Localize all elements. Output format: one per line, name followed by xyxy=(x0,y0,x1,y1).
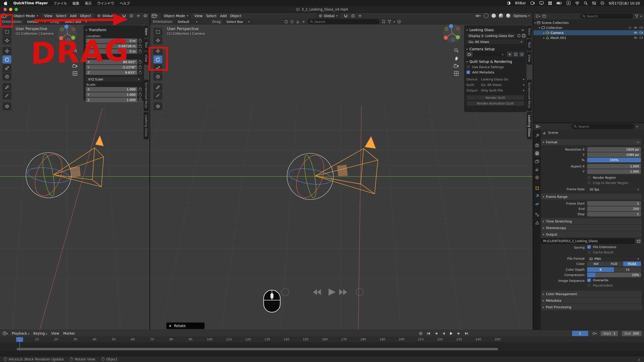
lock-icon[interactable] xyxy=(139,99,142,102)
lock-icon[interactable] xyxy=(139,61,142,64)
render-camera-icon[interactable] xyxy=(639,26,643,29)
object-menu[interactable]: Object xyxy=(230,14,241,18)
timeline-ruler[interactable]: 1020304050607080901001101201301401501601… xyxy=(0,337,644,343)
time-stretching-section-header[interactable]: ▸Time Stretching xyxy=(541,218,641,224)
chevron-down-icon[interactable]: ▾ xyxy=(640,15,642,18)
transform-tool[interactable] xyxy=(153,73,162,80)
rotation-x-field[interactable]: X89.043° xyxy=(86,60,137,64)
format-section-header[interactable]: ▾Format≡ xyxy=(541,139,641,145)
editor-type-icon[interactable]: ▾ xyxy=(152,14,157,18)
tab-screencast-keys[interactable]: Screencast Keys xyxy=(527,80,532,111)
rotate-gizmo[interactable] xyxy=(26,151,71,200)
tab-constraints-properties[interactable] xyxy=(534,211,540,218)
location-x-field[interactable]: X0 m xyxy=(86,38,137,43)
tab-view[interactable]: View xyxy=(527,52,532,65)
file-extensions-checkbox[interactable]: ✓ xyxy=(587,245,591,249)
tab-screencast-keys[interactable]: Screencast Keys xyxy=(144,80,149,111)
drag-value-dropdown[interactable]: Select Box▾ xyxy=(62,19,89,24)
shading-rendered-icon[interactable] xyxy=(506,14,510,18)
frame-rate-dropdown[interactable]: 30 fps▾ xyxy=(587,187,641,192)
filter-toggle-icon[interactable] xyxy=(296,20,299,23)
use-device-settings-checkbox[interactable] xyxy=(466,65,470,69)
camera-view-icon[interactable] xyxy=(72,64,77,68)
object-menu[interactable]: Object xyxy=(80,14,91,18)
add-metadata-checkbox[interactable]: ✓ xyxy=(466,70,470,74)
frame-end-field[interactable]: End250 xyxy=(622,331,641,336)
display-icon[interactable] xyxy=(539,1,544,5)
presets-icon[interactable]: ≡ xyxy=(637,140,639,144)
transform-tool[interactable] xyxy=(3,73,11,80)
filter-toggle-icon[interactable] xyxy=(302,20,305,23)
color-rgba-option[interactable]: RGBA xyxy=(623,261,641,266)
play-reverse-button[interactable] xyxy=(442,332,445,335)
bookmark-icon[interactable] xyxy=(382,20,385,23)
cursor-tool[interactable] xyxy=(153,36,162,44)
orientation-value-dropdown[interactable]: Default▾ xyxy=(176,19,200,24)
auto-keying-icon[interactable] xyxy=(419,332,423,335)
compression-slider[interactable]: 15% xyxy=(587,273,641,277)
filter-icon[interactable]: ▾ xyxy=(636,125,638,128)
window-preview-icon[interactable] xyxy=(522,33,526,38)
frame-start-field[interactable]: Start1 xyxy=(601,331,618,336)
menubar-extra-icon[interactable] xyxy=(507,1,511,5)
nav-gizmo[interactable] xyxy=(442,23,462,43)
battery-icon[interactable] xyxy=(556,2,562,5)
depth-16-option[interactable]: 16 xyxy=(614,267,641,272)
collapse-icon[interactable]: ▾ xyxy=(466,60,468,63)
jump-to-end-button[interactable] xyxy=(465,332,468,335)
scale-x-field[interactable]: X1.000 xyxy=(86,87,137,92)
outliner-row-mesh001[interactable]: ▸ Mesh.001 xyxy=(533,35,644,40)
bitbar-label[interactable]: BitBar xyxy=(515,1,526,5)
mesh-cube[interactable] xyxy=(337,165,348,177)
resolution-x-field[interactable]: 1920 px xyxy=(587,147,641,152)
device-value-dropdown[interactable]: Looking Glass Go xyxy=(481,77,521,81)
menu-view[interactable]: 表示 xyxy=(85,1,92,6)
scale-y-field[interactable]: Y1.000 xyxy=(86,92,137,97)
rotation-mode-dropdown[interactable]: XYZ Euler▾ xyxy=(86,77,142,82)
lock-icon[interactable] xyxy=(139,94,142,96)
snap-magnet-icon[interactable] xyxy=(344,14,348,18)
editor-type-icon[interactable]: ▾ xyxy=(2,14,7,18)
quilt-value-dropdown[interactable]: Go, 66 Views xyxy=(481,83,521,87)
ortho-grid-icon[interactable] xyxy=(72,71,77,76)
panel-menu-icon[interactable]: ≡ xyxy=(521,28,524,32)
tab-tool[interactable]: Tool xyxy=(144,39,149,51)
tab-world-properties[interactable] xyxy=(534,174,540,181)
color-bw-option[interactable]: BW xyxy=(587,261,605,266)
hide-eye-icon[interactable] xyxy=(634,36,637,39)
outliner-editor-icon[interactable]: ▾ xyxy=(535,14,540,18)
collapse-icon[interactable]: ▾ xyxy=(466,48,468,51)
tab-modifiers-properties[interactable] xyxy=(534,193,540,199)
folder-icon[interactable] xyxy=(635,239,641,244)
menu-edit[interactable]: 編集 xyxy=(72,1,79,6)
zoom-icon[interactable] xyxy=(454,48,459,53)
gizmo-toggle-icon[interactable] xyxy=(358,14,362,18)
orientation-dropdown[interactable]: Global▾ xyxy=(316,13,340,19)
filter-toggle-icon[interactable] xyxy=(290,20,294,23)
keying-set-icon[interactable]: ▾ xyxy=(592,332,597,335)
snap-magnet-icon[interactable] xyxy=(122,14,126,18)
wifi-icon[interactable] xyxy=(575,2,579,5)
breadcrumb-text[interactable]: Scene xyxy=(548,131,558,134)
rotation-z-field[interactable]: Z9.833° xyxy=(86,70,137,75)
output-value-dropdown[interactable]: Only Quilt File xyxy=(481,88,521,92)
frame-range-section-header[interactable]: ▾Frame Range xyxy=(541,194,641,200)
zoom-window-button[interactable] xyxy=(15,8,18,11)
location-y-field[interactable]: Y-0.69728 m xyxy=(86,44,137,49)
options-dropdown[interactable]: Options▾ xyxy=(513,14,530,18)
shield-check-icon[interactable] xyxy=(397,20,401,23)
tab-render-properties[interactable] xyxy=(534,142,540,149)
hide-eye-icon[interactable] xyxy=(634,31,637,34)
color-rgb-option[interactable]: RGB xyxy=(605,261,623,266)
menu-help[interactable]: ヘルプ xyxy=(120,1,130,6)
select-menu[interactable]: Select xyxy=(206,14,217,18)
gizmo-toggle-icon[interactable] xyxy=(137,14,140,18)
prev-keyframe-button[interactable] xyxy=(434,332,438,335)
camera-object-field[interactable]: × xyxy=(473,52,506,57)
tab-object-properties[interactable] xyxy=(534,185,540,191)
render-camera-icon[interactable] xyxy=(639,36,643,39)
tab-looking-glass[interactable]: Looking Glass xyxy=(527,112,532,139)
tab-item[interactable]: Item xyxy=(144,25,149,38)
collapse-icon[interactable]: ▾ xyxy=(466,29,468,31)
resolution-y-field[interactable]: 1080 px xyxy=(587,152,641,157)
